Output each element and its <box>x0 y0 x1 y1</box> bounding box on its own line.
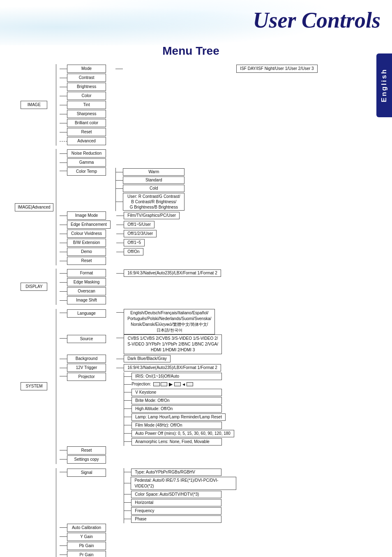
sys-projector-row: Projector IRIS: On/(1~16)Off/Auto Projec… <box>12 372 369 446</box>
spacer1 <box>12 146 369 149</box>
image-mode-row: IMAGE Mode <box>12 64 369 73</box>
proj-icon1 <box>153 382 160 386</box>
format-val: 16:9/4:3/Native(Auto235)/LBX/Format 1/Fo… <box>124 269 221 277</box>
ia-imagemode-row: Image Mode Film/TV/Graphics/PC/User <box>12 211 369 220</box>
autopower-val: Auto Power Off (mins): 0, 5, 15, 30, 60,… <box>131 430 234 437</box>
format-node: Format <box>67 269 106 277</box>
main-content: Menu Tree IMAGE <box>0 0 392 557</box>
setup-ygain-row: Y Gain <box>12 532 369 541</box>
side-tab-text: English <box>380 68 388 102</box>
english-side-tab: English <box>376 53 392 117</box>
setup-prgain-row: Pr Gain <box>12 550 369 557</box>
sys-12v-row: 12V Trigger 16:9/4:3/Native(Auto235)/LBX… <box>12 363 369 372</box>
pedestal-val: Pedestal: Auto/0 IRE/7.5 IRE(*1)/DVI-PC/… <box>131 477 236 490</box>
edge-enhance-node: Edge Enhancement <box>67 220 111 229</box>
trigger-val: 16:9/4:3/Native(Auto235)/LBX/Format 1/Fo… <box>124 364 221 371</box>
edge-val: Off/1~5/User <box>124 221 154 228</box>
brite-val: Brite Mode: Off/On <box>131 397 222 404</box>
proj-icon4 <box>187 382 193 386</box>
spacer4 <box>12 464 369 468</box>
image-sharpness-row: Sharpness <box>12 109 369 118</box>
sys-reset-row: Reset <box>12 446 369 455</box>
reset-node: Reset <box>67 128 106 136</box>
sharpness-node: Sharpness <box>67 110 106 118</box>
imagemode-val: Film/TV/Graphics/PC/User <box>124 212 180 219</box>
proj-separator: ▶ <box>169 381 173 388</box>
gamma-node: Gamma <box>67 158 106 167</box>
projection-label: Projection: <box>131 381 151 387</box>
page-wrapper: User Controls English 29 Menu Tree <box>0 0 392 557</box>
language-val: English/Deutsch/Français/Italiano/Españo… <box>124 309 215 334</box>
image-reset-row: Reset <box>12 128 369 137</box>
overscan-node: Overscan <box>67 287 106 295</box>
image-contrast-row: Contrast <box>12 73 369 82</box>
setup-signal-row: SETUP Signal <box>12 468 369 523</box>
spacer3 <box>12 305 369 309</box>
image-brightness-row: Brightness <box>12 82 369 91</box>
projector-node: Projector <box>67 373 106 381</box>
colortemp-node: Color Temp <box>67 167 106 176</box>
colour-viv-node: Colour Vividness <box>67 230 106 238</box>
image-advanced-row: Advanced <box>12 137 369 146</box>
ia-colortemp-row: Color Temp Warm Standard Cold User: R Co… <box>12 167 369 211</box>
proj-icon2 <box>161 382 167 386</box>
user-contrast-val: User: R Contrast/G Contrast/B Contrast/R… <box>123 193 184 211</box>
imgshift-node: Image Shift <box>67 296 106 304</box>
ia-gamma-row: Gamma <box>12 158 369 167</box>
phase-val: Phase <box>131 515 221 523</box>
mode-node: Mode <box>67 65 106 73</box>
standard-val: Standard <box>123 176 184 184</box>
source-val: CVBS 1/CVBS 2/CVBS 3/S-VIDEO 1/S-VIDEO 2… <box>124 334 222 354</box>
disp-format-row: DISPLAY Format 16:9/4:3/Native(Auto235)/… <box>12 269 369 278</box>
horizontal-val: Horizontal <box>131 499 221 506</box>
display-node: DISPLAY <box>21 283 47 291</box>
proj-separator2: ◀ <box>182 382 185 387</box>
sys-settingscopy-row: Settings copy <box>12 455 369 464</box>
pbgain-node: Pb Gain <box>67 542 106 550</box>
image-tint-row: Tint <box>12 100 369 109</box>
trigger-node: 12V Trigger <box>67 364 106 372</box>
noise-node: Noise Reduction <box>67 149 106 158</box>
brilliant-node: Brilliant color <box>67 119 106 127</box>
menu-tree-table: IMAGE Mode <box>12 64 369 557</box>
advanced-node: Advanced <box>67 137 106 145</box>
bw-ext-node: B/W Extension <box>67 239 106 247</box>
imagemode-node: Image Mode <box>67 211 106 220</box>
setup-autocal-row: Auto Calibration <box>12 523 369 532</box>
cold-val: Cold <box>123 185 184 192</box>
disp-overscan-row: Overscan <box>12 287 369 296</box>
brightness-node: Brightness <box>67 83 106 91</box>
sys-source-row: Source CVBS 1/CVBS 2/CVBS 3/S-VIDEO 1/S-… <box>12 334 369 354</box>
lamp-val: Lamp: Lamp Hour/Lamp Reminder/Lamp Reset <box>131 413 226 421</box>
autocal-node: Auto Calibration <box>67 524 106 532</box>
sys-bg-row: Background Dark Blue/Black/Gray <box>12 354 369 363</box>
setup-pbgain-row: Pb Gain <box>12 541 369 550</box>
warm-val: Warm <box>123 168 184 176</box>
color-node: Color <box>67 92 106 100</box>
sys-lang-row: SYSTEM Language <box>12 309 369 334</box>
demo-val: Off/On <box>124 248 143 255</box>
anamorphic-val: Anamorphic Lens: None, Fixed, Movable <box>131 438 222 446</box>
source-node: Source <box>67 335 106 343</box>
sys-reset-node: Reset <box>67 446 106 455</box>
ia-reset-node: Reset <box>67 257 106 265</box>
menu-tree-title: Menu Tree <box>12 44 369 58</box>
frequency-val: Frequency <box>131 507 221 515</box>
disp-imageshift-row: Image Shift <box>12 296 369 305</box>
iris-val: IRIS: On/(1~16)Off/Auto <box>131 373 222 380</box>
ia-colour-row: Colour Vividness Off/1/2/3/User <box>12 229 369 238</box>
image-brilliant-row: Brilliant color <box>12 118 369 128</box>
image-node: IMAGE <box>21 101 47 109</box>
ygain-node: Y Gain <box>67 533 106 541</box>
mode-values: ISF DAY/ISF Night/User 1/User 2/User 3 <box>236 65 317 73</box>
background-node: Background <box>67 355 106 363</box>
colour-val: Off/1/2/3/User <box>124 230 157 237</box>
tint-node: Tint <box>67 101 106 109</box>
ia-bw-row: B/W Extension Off/1~5 <box>12 238 369 247</box>
prgain-node: Pr Gain <box>67 551 106 557</box>
language-node: Language <box>67 309 106 318</box>
image-color-row: Color <box>12 91 369 100</box>
disp-edge-row: Edge Masking <box>12 278 369 287</box>
edge-mask-node: Edge Masking <box>67 278 106 286</box>
system-node: SYSTEM <box>21 382 47 390</box>
